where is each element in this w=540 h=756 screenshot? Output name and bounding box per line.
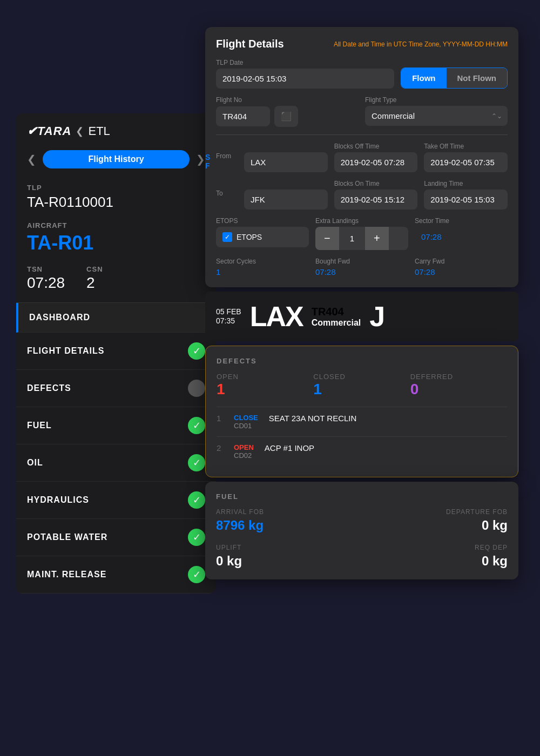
oil-label: OIL — [27, 458, 43, 468]
menu-item-fuel[interactable]: FUEL ✓ — [16, 407, 216, 444]
defect-1-desc: SEAT 23A NOT RECLIN — [269, 414, 357, 423]
arrival-fob-col: ARRIVAL FOB 8796 kg — [216, 508, 356, 533]
flight-details-header: Flight Details All Date and Time in UTC … — [216, 38, 508, 50]
stepper-value: 1 — [339, 234, 365, 243]
sector-time-label: Sector Time — [415, 217, 508, 225]
blocks-on-col: Blocks On Time — [334, 180, 418, 210]
extra-landings-col: Extra Landings − 1 + — [315, 217, 408, 250]
not-flown-button[interactable]: Not Flown — [447, 68, 507, 88]
stepper-plus-button[interactable]: + — [365, 227, 389, 250]
defect-2-desc: ACP #1 INOP — [265, 443, 314, 453]
blocks-off-label: Blocks Off Time — [334, 143, 418, 150]
open-count: 1 — [217, 381, 313, 398]
menu-list: DASHBOARD FLIGHT DETAILS ✓ DEFECTS FUEL … — [16, 302, 216, 593]
prev-arrow-icon[interactable]: ❮ — [27, 153, 36, 166]
defects-card: DEFECTS OPEN 1 CLOSED 1 DEFERRED 0 1 CLO… — [205, 346, 518, 477]
menu-item-hydraulics[interactable]: HYDRAULICS ✓ — [16, 482, 216, 519]
defect-2-detail: OPEN CD02 — [234, 443, 254, 460]
blocks-on-input[interactable] — [334, 190, 418, 210]
departure-fob-value: 0 kg — [367, 518, 508, 533]
closed-label: CLOSED — [313, 373, 410, 381]
summary-date-line2: 07:35 — [216, 316, 241, 326]
tlp-value: TA-R0110001 — [27, 194, 205, 211]
uplift-value: 0 kg — [216, 554, 356, 569]
tsn-csn-row: TSN 07:28 CSN 2 — [16, 260, 216, 302]
from-airport-input[interactable] — [244, 152, 328, 172]
req-dep-label: REQ DEP — [367, 544, 508, 551]
menu-item-potable-water[interactable]: POTABLE WATER ✓ — [16, 519, 216, 556]
req-dep-col: REQ DEP 0 kg — [367, 544, 508, 569]
tsn-value: 07:28 — [27, 274, 65, 292]
menu-item-dashboard[interactable]: DASHBOARD — [16, 303, 216, 333]
defect-num-2: 2 — [217, 443, 227, 453]
summary-airport: LAX — [250, 300, 303, 333]
csn-item: CSN 2 — [86, 265, 103, 292]
stepper-minus-button[interactable]: − — [315, 227, 339, 250]
summary-flight-details: TR404 Commercial — [312, 306, 361, 328]
flight-type-label: Flight Type — [365, 96, 508, 104]
fuel-status-icon: ✓ — [188, 417, 205, 434]
defects-stats: OPEN 1 CLOSED 1 DEFERRED 0 — [217, 373, 507, 398]
landing-input[interactable] — [424, 190, 508, 210]
potable-water-status-icon: ✓ — [188, 529, 205, 546]
summary-flight-no: TR404 — [312, 306, 361, 318]
etops-checkbox[interactable]: ✓ — [222, 232, 232, 242]
flight-no-label: Flight No — [216, 96, 359, 104]
extra-landings-label: Extra Landings — [315, 217, 408, 225]
flight-no-group: ⬛ — [216, 106, 359, 127]
to-label-col: To — [216, 180, 238, 199]
departure-fob-col: DEPARTURE FOB 0 kg — [367, 508, 508, 533]
hydraulics-label: HYDRAULICS — [27, 495, 89, 505]
blocks-off-input[interactable] — [334, 152, 418, 172]
flown-button[interactable]: Flown — [401, 68, 446, 88]
defect-item-1[interactable]: 1 CLOSE CD01 SEAT 23A NOT RECLIN — [217, 407, 507, 436]
extra-landings-stepper: − 1 + — [315, 227, 408, 250]
menu-item-maint-release[interactable]: MAINT. RELEASE ✓ — [16, 556, 216, 593]
etops-row: ETOPS ✓ ETOPS Extra Landings − 1 + Secto… — [216, 217, 508, 250]
menu-item-flight-details[interactable]: FLIGHT DETAILS ✓ — [16, 333, 216, 370]
next-arrow-icon[interactable]: ❯ — [196, 153, 205, 166]
sector-cycles-col: Sector Cycles 1 — [216, 258, 309, 276]
etops-text: ETOPS — [237, 233, 262, 241]
uplift-label: UPLIFT — [216, 544, 356, 551]
to-row: To x Blocks On Time Landing Time — [216, 180, 508, 210]
bought-fwd-col: Bought Fwd 07:28 — [315, 258, 408, 276]
nav-bar: ❮ Flight History ❯ — [16, 144, 216, 175]
defects-status-icon — [188, 380, 205, 397]
defect-num-1: 1 — [217, 414, 227, 423]
open-label: OPEN — [217, 373, 313, 381]
flight-no-col: Flight No ⬛ — [216, 96, 359, 127]
fuel-label: FUEL — [27, 421, 52, 430]
flight-history-button[interactable]: Flight History — [43, 150, 190, 168]
defect-1-status: CLOSE — [234, 414, 258, 422]
defect-2-code: CD02 — [234, 451, 254, 460]
blocks-off-col: Blocks Off Time — [334, 143, 418, 172]
menu-item-oil[interactable]: OIL ✓ — [16, 444, 216, 482]
right-container: Flight Details All Date and Time in UTC … — [205, 27, 518, 579]
carry-fwd-value: 07:28 — [415, 267, 508, 276]
flight-details-card: Flight Details All Date and Time in UTC … — [205, 27, 518, 287]
flown-btn-group: Flown Not Flown — [401, 68, 508, 89]
deferred-count: 0 — [410, 381, 507, 398]
flight-details-title: Flight Details — [216, 38, 284, 50]
tlp-date-row: TLP Date Flown Not Flown — [216, 59, 508, 89]
bought-fwd-value: 07:28 — [315, 267, 408, 276]
blocks-on-label: Blocks On Time — [334, 180, 418, 187]
flight-no-calendar-icon[interactable]: ⬛ — [274, 106, 298, 127]
dashboard-label: DASHBOARD — [29, 313, 90, 322]
etops-toggle[interactable]: ✓ ETOPS — [216, 227, 309, 247]
open-stat: OPEN 1 — [217, 373, 313, 398]
landing-label: Landing Time — [424, 180, 508, 187]
defect-item-2[interactable]: 2 OPEN CD02 ACP #1 INOP — [217, 436, 507, 466]
flight-details-status-icon: ✓ — [188, 342, 205, 360]
tlp-date-input[interactable] — [216, 69, 394, 89]
takeoff-input[interactable] — [424, 152, 508, 172]
flight-no-input[interactable] — [216, 106, 270, 126]
flight-summary-bar: 05 FEB 07:35 LAX TR404 Commercial J — [205, 292, 518, 341]
etops-label: ETOPS — [216, 217, 309, 225]
sector-time-value: 07:28 — [415, 227, 508, 247]
to-airport-input[interactable] — [244, 190, 328, 210]
flight-type-select[interactable]: Commercial Private Training — [365, 106, 508, 126]
menu-item-defects[interactable]: DEFECTS — [16, 370, 216, 407]
potable-water-label: POTABLE WATER — [27, 532, 107, 542]
